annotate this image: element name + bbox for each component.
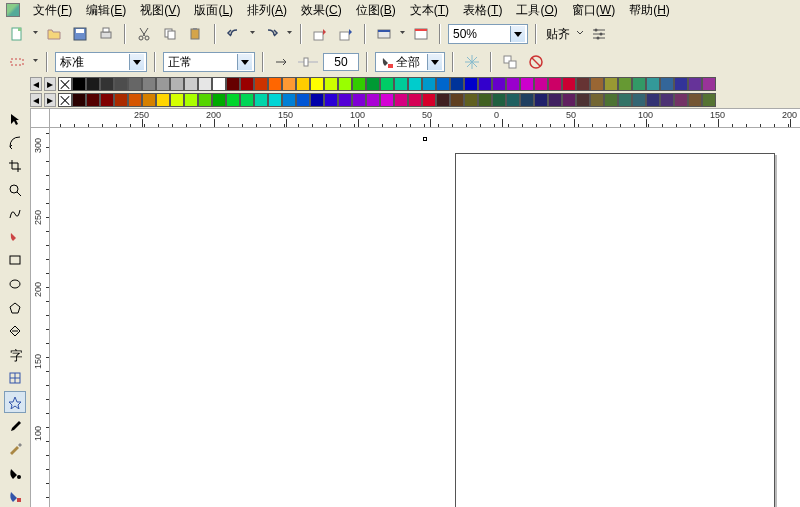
color-swatch[interactable] <box>296 93 310 107</box>
color-swatch[interactable] <box>548 93 562 107</box>
color-swatch[interactable] <box>702 77 716 91</box>
eyedropper-tool[interactable] <box>4 415 26 437</box>
copy-effect-button[interactable] <box>499 51 521 73</box>
color-swatch[interactable] <box>506 77 520 91</box>
color-swatch[interactable] <box>646 77 660 91</box>
color-swatch[interactable] <box>436 77 450 91</box>
menu-h[interactable]: 帮助(H) <box>622 1 677 20</box>
menu-e[interactable]: 编辑(E) <box>79 1 133 20</box>
color-swatch[interactable] <box>114 77 128 91</box>
smart-fill-tool[interactable] <box>4 226 26 248</box>
color-swatch[interactable] <box>660 77 674 91</box>
color-swatch[interactable] <box>464 77 478 91</box>
color-swatch[interactable] <box>506 93 520 107</box>
no-color-swatch[interactable] <box>58 93 72 107</box>
ellipse-tool[interactable] <box>4 273 26 295</box>
ruler-origin[interactable] <box>30 108 50 128</box>
canvas[interactable] <box>50 128 800 507</box>
color-swatch[interactable] <box>86 77 100 91</box>
menu-w[interactable]: 窗口(W) <box>565 1 622 20</box>
color-swatch[interactable] <box>366 77 380 91</box>
color-swatch[interactable] <box>100 77 114 91</box>
color-swatch[interactable] <box>674 77 688 91</box>
color-swatch[interactable] <box>324 93 338 107</box>
arrow-right-button[interactable] <box>271 51 293 73</box>
color-swatch[interactable] <box>492 77 506 91</box>
color-swatch[interactable] <box>198 93 212 107</box>
new-button[interactable] <box>6 23 28 45</box>
interactive-fill-tool[interactable] <box>4 486 26 508</box>
dropdown-arrow-icon[interactable] <box>399 25 406 44</box>
shape-tool[interactable] <box>4 132 26 154</box>
opacity-input[interactable]: 50 <box>323 53 359 71</box>
export-button[interactable] <box>335 23 357 45</box>
redo-button[interactable] <box>260 23 282 45</box>
color-swatch[interactable] <box>534 77 548 91</box>
polygon-tool[interactable] <box>4 297 26 319</box>
color-swatch[interactable] <box>352 93 366 107</box>
color-swatch[interactable] <box>394 93 408 107</box>
slider-button[interactable] <box>297 51 319 73</box>
palette-prev-icon[interactable]: ◂ <box>30 77 42 91</box>
color-swatch[interactable] <box>310 77 324 91</box>
fill-tool[interactable] <box>4 462 26 484</box>
color-swatch[interactable] <box>268 77 282 91</box>
zoom-tool[interactable] <box>4 179 26 201</box>
palette-next-icon[interactable]: ▸ <box>44 77 56 91</box>
color-swatch[interactable] <box>142 77 156 91</box>
menu-c[interactable]: 效果(C) <box>294 1 349 20</box>
color-swatch[interactable] <box>72 93 86 107</box>
color-swatch[interactable] <box>184 77 198 91</box>
color-swatch[interactable] <box>324 77 338 91</box>
color-swatch[interactable] <box>618 77 632 91</box>
color-swatch[interactable] <box>632 77 646 91</box>
color-swatch[interactable] <box>422 77 436 91</box>
color-swatch[interactable] <box>688 77 702 91</box>
ruler-vertical[interactable]: 300250200150100 <box>30 128 50 507</box>
zoom-dropdown[interactable]: 50% <box>448 24 528 44</box>
menu-t[interactable]: 文本(T) <box>403 1 456 20</box>
welcome-button[interactable] <box>410 23 432 45</box>
color-swatch[interactable] <box>114 93 128 107</box>
color-swatch[interactable] <box>478 93 492 107</box>
save-button[interactable] <box>69 23 91 45</box>
color-swatch[interactable] <box>450 93 464 107</box>
color-swatch[interactable] <box>604 77 618 91</box>
menu-a[interactable]: 排列(A) <box>240 1 294 20</box>
color-swatch[interactable] <box>408 93 422 107</box>
color-swatch[interactable] <box>100 93 114 107</box>
style-dropdown[interactable]: 标准 <box>55 52 147 72</box>
freehand-tool[interactable] <box>4 202 26 224</box>
color-swatch[interactable] <box>338 93 352 107</box>
color-swatch[interactable] <box>254 77 268 91</box>
color-swatch[interactable] <box>632 93 646 107</box>
ruler-horizontal[interactable]: 25020015010050050100150200 <box>50 108 800 128</box>
table-tool[interactable] <box>4 368 26 390</box>
palette-next-icon[interactable]: ▸ <box>44 93 56 107</box>
cut-button[interactable] <box>133 23 155 45</box>
color-swatch[interactable] <box>226 93 240 107</box>
dropdown-arrow-icon[interactable] <box>32 53 39 72</box>
pick-tool[interactable] <box>4 108 26 130</box>
copy-button[interactable] <box>159 23 181 45</box>
menu-o[interactable]: 工具(O) <box>509 1 564 20</box>
dropdown-arrow-icon[interactable] <box>576 25 584 44</box>
color-swatch[interactable] <box>86 93 100 107</box>
color-swatch[interactable] <box>282 77 296 91</box>
rectangle-tool[interactable] <box>4 250 26 272</box>
color-swatch[interactable] <box>450 77 464 91</box>
color-swatch[interactable] <box>128 77 142 91</box>
color-swatch[interactable] <box>562 77 576 91</box>
text-tool[interactable]: 字 <box>4 344 26 366</box>
dropdown-arrow-icon[interactable] <box>286 25 293 44</box>
color-swatch[interactable] <box>268 93 282 107</box>
color-swatch[interactable] <box>156 77 170 91</box>
interactive-tool[interactable] <box>4 391 26 413</box>
color-swatch[interactable] <box>464 93 478 107</box>
color-swatch[interactable] <box>352 77 366 91</box>
menu-v[interactable]: 视图(V) <box>133 1 187 20</box>
color-swatch[interactable] <box>702 93 716 107</box>
options-button[interactable] <box>588 23 610 45</box>
menu-t[interactable]: 表格(T) <box>456 1 509 20</box>
color-swatch[interactable] <box>408 77 422 91</box>
